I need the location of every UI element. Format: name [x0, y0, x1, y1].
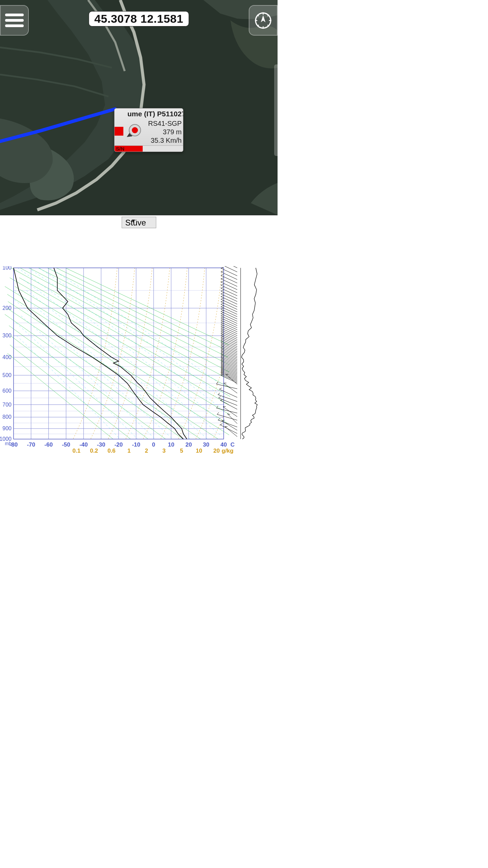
- svg-text:400: 400: [2, 354, 12, 360]
- svg-line-225: [225, 427, 227, 427]
- svg-line-213: [223, 407, 226, 407]
- svg-line-207: [219, 396, 221, 398]
- svg-text:-50: -50: [62, 441, 70, 448]
- sn-label: S/N: [116, 146, 124, 152]
- svg-text:10: 10: [196, 448, 202, 454]
- svg-line-198: [216, 384, 237, 389]
- svg-point-12: [132, 127, 138, 133]
- svg-text:C: C: [230, 441, 235, 448]
- svg-line-98: [221, 288, 237, 296]
- svg-text:3: 3: [162, 448, 165, 454]
- sonde-info-card[interactable]: ume (IT) P511027 RS41-SGP 379 m 35.3 Km/…: [114, 108, 183, 152]
- svg-line-203: [219, 388, 222, 389]
- svg-line-99: [221, 287, 223, 288]
- svg-text:200: 200: [2, 305, 12, 311]
- svg-line-210: [217, 408, 237, 413]
- svg-text:600: 600: [2, 388, 12, 394]
- svg-line-90: [221, 275, 237, 283]
- svg-line-84: [221, 266, 237, 272]
- svg-line-89: [221, 271, 223, 272]
- svg-line-143: [221, 336, 223, 337]
- svg-text:20: 20: [214, 448, 220, 454]
- svg-text:40: 40: [221, 441, 227, 448]
- svg-line-129: [221, 323, 223, 324]
- svg-line-97: [221, 284, 223, 285]
- svg-text:20: 20: [185, 441, 192, 448]
- svg-line-166: [221, 356, 237, 364]
- compass-button[interactable]: [249, 5, 278, 36]
- svg-text:10: 10: [168, 441, 175, 448]
- hamburger-icon: [5, 14, 24, 27]
- coordinates-display[interactable]: 45.3078 12.1581: [88, 11, 189, 26]
- menu-button[interactable]: [0, 5, 29, 36]
- svg-text:1: 1: [127, 448, 130, 454]
- svg-text:-10: -10: [132, 441, 140, 448]
- lower-panel: Stüve 1002003004005006007008009001000mb-…: [0, 215, 278, 488]
- svg-text:-20: -20: [115, 441, 123, 448]
- svg-line-121: [221, 315, 223, 316]
- svg-line-95: [221, 281, 223, 282]
- compass-icon: [254, 11, 272, 30]
- map-view[interactable]: 45.3078 12.1581 ume (IT: [0, 0, 278, 215]
- svg-text:-40: -40: [79, 441, 88, 448]
- svg-line-117: [221, 310, 223, 311]
- svg-text:700: 700: [2, 402, 12, 408]
- svg-line-220: [222, 421, 237, 430]
- svg-text:-30: -30: [97, 441, 105, 448]
- svg-text:-80: -80: [9, 441, 18, 448]
- svg-line-135: [221, 329, 223, 330]
- svg-line-91: [221, 274, 223, 275]
- svg-line-113: [221, 306, 223, 307]
- svg-line-107: [221, 298, 223, 299]
- svg-line-145: [221, 338, 223, 339]
- sonde-altitude: 379 m: [138, 128, 182, 136]
- coordinates-text: 45.3078 12.1581: [94, 12, 183, 25]
- status-indicator: [115, 127, 123, 136]
- svg-line-93: [221, 278, 223, 279]
- svg-line-200: [224, 383, 237, 393]
- svg-line-208: [220, 400, 237, 409]
- side-drawer-handle[interactable]: [274, 64, 278, 156]
- svg-text:0.1: 0.1: [73, 448, 81, 454]
- svg-line-88: [221, 272, 237, 279]
- svg-line-103: [221, 293, 223, 294]
- satellite-terrain: [0, 0, 278, 215]
- svg-line-216: [227, 414, 237, 423]
- svg-line-215: [217, 412, 219, 414]
- svg-line-123: [221, 317, 223, 318]
- svg-text:30: 30: [203, 441, 209, 448]
- svg-text:5: 5: [180, 448, 183, 454]
- svg-line-111: [221, 303, 223, 304]
- svg-line-131: [221, 325, 223, 326]
- sonde-marker-icon: [125, 123, 141, 139]
- svg-line-164: [221, 355, 237, 362]
- stuve-chart[interactable]: 1002003004005006007008009001000mb-80-70-…: [0, 266, 278, 456]
- svg-line-137: [221, 331, 223, 332]
- svg-text:2: 2: [145, 448, 148, 454]
- svg-line-94: [221, 282, 237, 290]
- svg-text:0: 0: [152, 441, 155, 448]
- svg-text:-70: -70: [27, 441, 35, 448]
- svg-text:300: 300: [2, 333, 12, 338]
- sonde-title: ume (IT) P511027: [115, 108, 183, 119]
- svg-line-125: [221, 319, 223, 320]
- svg-line-96: [221, 285, 237, 293]
- svg-line-109: [221, 301, 223, 302]
- diagram-type-select[interactable]: Stüve: [122, 217, 156, 228]
- svg-text:-60: -60: [44, 441, 53, 448]
- svg-text:100: 100: [2, 266, 12, 271]
- svg-text:500: 500: [2, 372, 12, 378]
- svg-line-86: [221, 268, 237, 276]
- svg-line-223: [220, 424, 222, 425]
- svg-line-105: [221, 296, 223, 297]
- svg-line-147: [221, 340, 223, 341]
- svg-line-133: [221, 327, 223, 328]
- svg-line-119: [221, 313, 223, 314]
- svg-line-218: [218, 420, 237, 427]
- svg-text:900: 900: [2, 426, 12, 431]
- svg-text:g/kg: g/kg: [222, 448, 233, 454]
- svg-text:0.2: 0.2: [90, 448, 98, 454]
- svg-line-92: [221, 279, 237, 286]
- svg-line-82: [221, 266, 237, 268]
- signal-bar: S/N: [115, 145, 183, 152]
